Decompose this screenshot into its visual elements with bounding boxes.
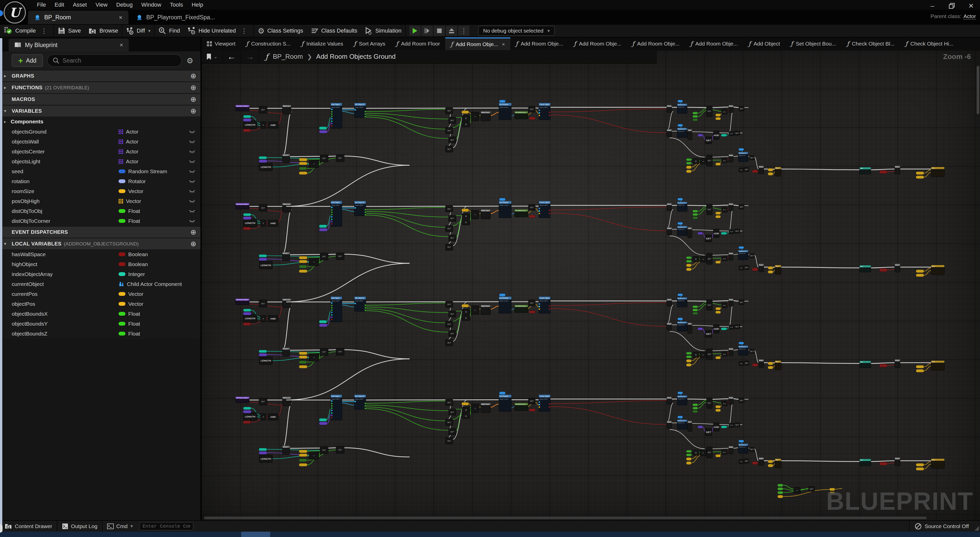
variable-getter-pill[interactable]: [259, 448, 267, 451]
node-get[interactable]: GET: [705, 428, 712, 435]
node-get-world-location[interactable]: Get World Loca: [515, 209, 528, 217]
variable-getter-pill[interactable]: [721, 232, 727, 235]
node--[interactable]: +: [309, 452, 319, 459]
pin-red[interactable]: [549, 115, 550, 116]
node-set[interactable]: SET: [320, 253, 328, 260]
variable-getter-pill[interactable]: [716, 163, 721, 165]
pin-teal[interactable]: [331, 219, 332, 220]
visibility-closed-eye-icon[interactable]: [189, 169, 196, 173]
node-length[interactable]: LENGTH: [259, 357, 272, 365]
node--[interactable]: >=: [722, 401, 727, 406]
variable-getter-pill[interactable]: [778, 484, 783, 487]
variable-getter-pill[interactable]: [299, 459, 307, 462]
pin-green[interactable]: [331, 305, 332, 306]
pin-red[interactable]: [331, 417, 332, 418]
node-set[interactable]: SET: [259, 106, 267, 113]
node-set[interactable]: SET: [445, 127, 453, 134]
variable-getter-pill[interactable]: [299, 365, 307, 369]
variable-getter-pill[interactable]: [319, 130, 328, 133]
node-get[interactable]: GET: [705, 235, 712, 242]
node-length[interactable]: LENGTH: [243, 412, 257, 421]
variable-getter-pill[interactable]: [692, 309, 698, 311]
node-set[interactable]: SET: [744, 459, 749, 463]
node-branch[interactable]: Branch: [282, 348, 290, 356]
node-branch[interactable]: Branc: [759, 264, 764, 272]
node-while-loop[interactable]: While Loo: [282, 105, 291, 114]
variable-getter-pill[interactable]: [768, 464, 773, 467]
variable-getter-pill[interactable]: [259, 156, 267, 159]
node--[interactable]: ++: [739, 266, 744, 270]
variable-getter-pill[interactable]: [768, 172, 773, 175]
variable-getter-pill[interactable]: [916, 467, 924, 470]
node-set[interactable]: SET: [706, 204, 712, 215]
variable-getter-pill[interactable]: [461, 111, 469, 114]
debug-object-dropdown[interactable]: No debug object selected ▾: [478, 26, 555, 36]
variable-getter-pill[interactable]: [686, 352, 692, 354]
node--[interactable]: >=: [722, 352, 727, 356]
variable-getter-pill[interactable]: [752, 364, 758, 367]
variable-getter-pill[interactable]: [738, 342, 744, 345]
pin-red[interactable]: [331, 125, 332, 127]
pin-blue[interactable]: [539, 110, 540, 111]
node-set[interactable]: SET: [528, 300, 535, 306]
node-branch[interactable]: Branc: [895, 359, 900, 368]
node-make-transform[interactable]: Make Trans: [481, 209, 490, 219]
variable-getter-pill[interactable]: [243, 115, 251, 118]
node-set[interactable]: SET: [445, 419, 453, 425]
node--[interactable]: >=: [722, 303, 727, 308]
node-add-room-objects-ground[interactable]: Add Room Object: [235, 397, 249, 403]
node-set[interactable]: SET: [860, 459, 871, 466]
node--[interactable]: <: [261, 220, 266, 226]
pin-gold[interactable]: [539, 115, 540, 116]
variable-row-distObjToObj[interactable]: distObjToObjFloat: [0, 206, 200, 216]
variable-getter-pill[interactable]: [678, 198, 683, 200]
close-button[interactable]: ✕: [965, 2, 977, 10]
variable-getter-pill[interactable]: [698, 328, 703, 330]
pin-green[interactable]: [364, 405, 366, 407]
node-set[interactable]: SET: [706, 155, 712, 166]
find-button[interactable]: Find: [155, 25, 184, 37]
variable-getter-pill[interactable]: [299, 463, 307, 466]
pin-green[interactable]: [331, 113, 332, 115]
pin-purple[interactable]: [331, 221, 332, 222]
pin-purple[interactable]: [331, 316, 332, 318]
node-flipflop[interactable]: Flip: [688, 129, 692, 140]
visibility-closed-eye-icon[interactable]: [189, 130, 196, 134]
add-function-icon[interactable]: ⊕: [190, 83, 196, 92]
variable-getter-pill[interactable]: [716, 405, 721, 408]
pin-cyan[interactable]: [355, 303, 356, 304]
visibility-closed-eye-icon[interactable]: [189, 209, 196, 213]
node-and[interactable]: AND: [268, 122, 278, 129]
variable-getter-pill[interactable]: [879, 170, 888, 173]
node-destroy-component[interactable]: Destroy CoTarget is Ac: [677, 396, 687, 405]
node-set[interactable]: SET: [749, 447, 754, 451]
node-set[interactable]: SET: [449, 311, 456, 317]
variable-getter-pill[interactable]: [716, 311, 721, 314]
node--[interactable]: ++: [729, 423, 734, 427]
variable-getter-pill[interactable]: [678, 392, 683, 394]
variable-getter-pill[interactable]: [916, 365, 924, 369]
variable-getter-pill[interactable]: [698, 134, 703, 137]
hide-unrelated-button[interactable]: Hide Unrelated ⋮: [184, 25, 253, 37]
variable-getter-pill[interactable]: [686, 461, 692, 464]
node--[interactable]: >=: [722, 110, 727, 114]
pin-green[interactable]: [331, 211, 332, 213]
node-set[interactable]: SET: [706, 106, 712, 117]
pin-cyan[interactable]: [331, 400, 332, 402]
variable-getter-pill[interactable]: [692, 119, 698, 121]
pin-green[interactable]: [364, 211, 366, 213]
pin-green[interactable]: [364, 408, 366, 409]
graph-canvas[interactable]: ⌄ ← → ƒ BP_Room ❯ Add Room Objects Groun…: [202, 50, 980, 520]
diff-button[interactable]: Diff ▾: [123, 25, 154, 37]
variable-getter-pill[interactable]: [692, 404, 698, 406]
variable-getter-pill[interactable]: [686, 162, 692, 165]
variable-getter-pill[interactable]: [259, 353, 267, 356]
node-and[interactable]: AND: [268, 413, 278, 420]
pin-red[interactable]: [549, 112, 550, 113]
variable-getter-pill[interactable]: [752, 461, 758, 464]
node-set[interactable]: SET: [706, 398, 712, 408]
node-x[interactable]: X: [692, 352, 699, 357]
node-add[interactable]: ADD: [931, 361, 944, 370]
variable-getter-pill[interactable]: [692, 115, 698, 118]
variable-getter-pill[interactable]: [299, 260, 307, 263]
